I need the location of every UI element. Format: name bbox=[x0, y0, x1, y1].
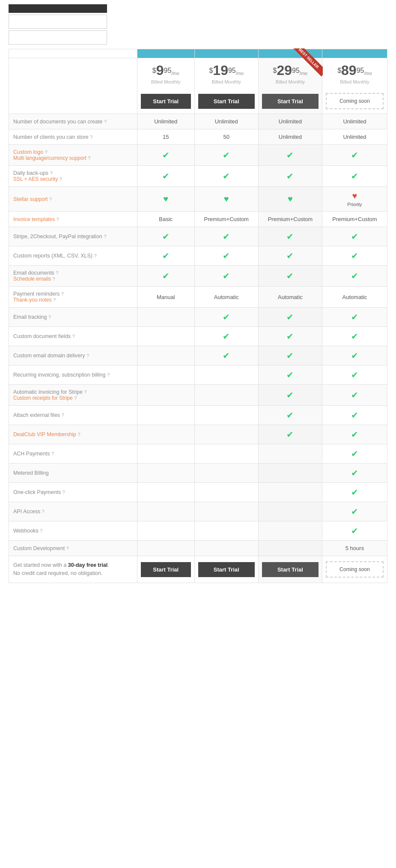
check-icon-3-2: ✔ bbox=[286, 171, 294, 181]
feature-label-3: Daily back-ups ?SSL + AES security ? bbox=[9, 166, 137, 187]
help-icon-sub-14[interactable]: ? bbox=[74, 395, 77, 401]
pricing-table: $995/mo Billed Monthly $1995/mo Billed M… bbox=[9, 49, 387, 583]
help-icon-0[interactable]: ? bbox=[104, 119, 107, 124]
feature-val-13-3: ✔ bbox=[322, 365, 387, 385]
help-icon-21[interactable]: ? bbox=[40, 528, 42, 533]
sub-label-3: SSL + AES security bbox=[13, 176, 58, 182]
start-trial-minibus-top[interactable]: Start Trial bbox=[141, 94, 191, 109]
feature-val-7-3: ✔ bbox=[322, 246, 387, 266]
help-icon-9[interactable]: ? bbox=[61, 291, 64, 296]
feature-val-8-2: ✔ bbox=[258, 266, 322, 287]
help-icon-15[interactable]: ? bbox=[62, 413, 64, 418]
text-val-0-2: Unlimited bbox=[279, 118, 302, 125]
feature-label-9: Payment reminders ?Thank-you notes ? bbox=[9, 287, 137, 308]
feature-name-1: Number of clients you can store bbox=[13, 134, 89, 140]
help-icon-5[interactable]: ? bbox=[57, 217, 59, 222]
feature-val-9-2: Automatic bbox=[258, 287, 322, 308]
help-icon-19[interactable]: ? bbox=[63, 490, 65, 495]
feature-label-12: Custom email domain delivery ? bbox=[9, 346, 137, 365]
feature-name-7: Custom reports (XML, CSV, XLS) bbox=[13, 253, 92, 259]
plan-single-header bbox=[194, 49, 258, 58]
feature-name-5: Invoice templates bbox=[13, 216, 55, 222]
help-icon-22[interactable]: ? bbox=[66, 546, 69, 551]
start-trial-double-top[interactable]: Start Trial bbox=[262, 94, 319, 109]
monthly-button[interactable] bbox=[9, 4, 107, 13]
feature-val-13-1 bbox=[194, 365, 258, 385]
help-icon-6[interactable]: ? bbox=[104, 234, 106, 239]
footer-btn-minibus-cell: Start Trial bbox=[137, 556, 194, 583]
feature-row-21: Webhooks ?✔ bbox=[9, 521, 387, 541]
help-icon-sub-8[interactable]: ? bbox=[53, 276, 55, 281]
feature-name-2: Custom logo bbox=[13, 149, 43, 155]
help-icon-7[interactable]: ? bbox=[94, 253, 97, 258]
check-icon-8-0: ✔ bbox=[162, 271, 170, 281]
feature-val-12-1: ✔ bbox=[194, 346, 258, 365]
help-icon-2[interactable]: ? bbox=[45, 150, 48, 155]
feature-val-5-3: Premium+Custom bbox=[322, 212, 387, 227]
feature-val-11-0 bbox=[137, 327, 194, 346]
feature-val-3-3: ✔ bbox=[322, 166, 387, 187]
btn-single-cell: Start Trial bbox=[194, 89, 258, 114]
help-icon-sub-2[interactable]: ? bbox=[88, 156, 90, 161]
feature-val-13-2: ✔ bbox=[258, 365, 322, 385]
feature-val-7-0: ✔ bbox=[137, 246, 194, 266]
footer-btn-minibus[interactable]: Start Trial bbox=[141, 562, 191, 577]
year2-button[interactable] bbox=[9, 30, 107, 45]
text-val-5-3: Premium+Custom bbox=[332, 216, 377, 222]
feature-val-14-0 bbox=[137, 385, 194, 406]
help-icon-8[interactable]: ? bbox=[56, 270, 58, 275]
feature-val-21-2 bbox=[258, 521, 322, 541]
check-icon-2-3: ✔ bbox=[351, 150, 358, 160]
check-icon-11-3: ✔ bbox=[351, 332, 358, 341]
help-icon-1[interactable]: ? bbox=[90, 135, 92, 140]
feature-val-20-1 bbox=[194, 502, 258, 521]
start-trial-single-top[interactable]: Start Trial bbox=[198, 94, 255, 109]
check-icon-14-3: ✔ bbox=[351, 390, 358, 400]
plan-double-header bbox=[258, 49, 322, 58]
help-icon-10[interactable]: ? bbox=[48, 314, 51, 320]
year1-button[interactable] bbox=[9, 15, 107, 29]
feature-row-22: Custom Development ?5 hours bbox=[9, 541, 387, 556]
help-icon-11[interactable]: ? bbox=[72, 334, 75, 339]
check-icon-7-0: ✔ bbox=[162, 251, 170, 260]
feature-val-6-0: ✔ bbox=[137, 227, 194, 246]
footer-btn-single[interactable]: Start Trial bbox=[198, 562, 255, 577]
check-icon-2-0: ✔ bbox=[162, 150, 170, 160]
help-icon-sub-9[interactable]: ? bbox=[53, 297, 56, 302]
check-icon-13-2: ✔ bbox=[286, 370, 294, 380]
help-icon-sub-3[interactable]: ? bbox=[59, 177, 62, 182]
check-icon-3-0: ✔ bbox=[162, 171, 170, 181]
check-icon-2-2: ✔ bbox=[286, 150, 294, 160]
feature-val-3-1: ✔ bbox=[194, 166, 258, 187]
help-icon-17[interactable]: ? bbox=[51, 451, 54, 456]
plan-jumbo-header bbox=[322, 49, 387, 58]
feature-val-19-0 bbox=[137, 483, 194, 502]
help-icon-4[interactable]: ? bbox=[49, 197, 52, 202]
feature-val-7-2: ✔ bbox=[258, 246, 322, 266]
feature-val-10-0 bbox=[137, 308, 194, 327]
feature-val-22-3: 5 hours bbox=[322, 541, 387, 556]
check-icon-3-1: ✔ bbox=[223, 171, 230, 181]
feature-val-21-0 bbox=[137, 521, 194, 541]
feature-val-4-0: ♥ bbox=[137, 187, 194, 212]
check-icon-12-3: ✔ bbox=[351, 351, 358, 360]
feature-row-6: Stripe, 2Checkout, PayPal integration ?✔… bbox=[9, 227, 387, 246]
feature-label-17: ACH Payments ? bbox=[9, 444, 137, 464]
feature-label-16: DealClub VIP Membership ? bbox=[9, 425, 137, 444]
feature-val-10-2: ✔ bbox=[258, 308, 322, 327]
help-icon-12[interactable]: ? bbox=[86, 353, 89, 358]
feature-val-5-2: Premium+Custom bbox=[258, 212, 322, 227]
feature-val-0-0: Unlimited bbox=[137, 114, 194, 129]
text-val-1-2: Unlimited bbox=[279, 134, 302, 140]
feature-name-20: API Access bbox=[13, 509, 40, 515]
help-icon-14[interactable]: ? bbox=[84, 389, 86, 395]
text-val-0-3: Unlimited bbox=[343, 118, 366, 125]
help-icon-16[interactable]: ? bbox=[78, 432, 80, 437]
help-icon-20[interactable]: ? bbox=[42, 509, 45, 514]
feature-row-5: Invoice templates ?BasicPremium+CustomPr… bbox=[9, 212, 387, 227]
help-icon-3[interactable]: ? bbox=[50, 171, 52, 176]
heart-icon-4-1: ♥ bbox=[224, 194, 229, 204]
footer-btn-double[interactable]: Start Trial bbox=[262, 562, 319, 577]
help-icon-13[interactable]: ? bbox=[107, 372, 110, 377]
feature-val-10-3: ✔ bbox=[322, 308, 387, 327]
